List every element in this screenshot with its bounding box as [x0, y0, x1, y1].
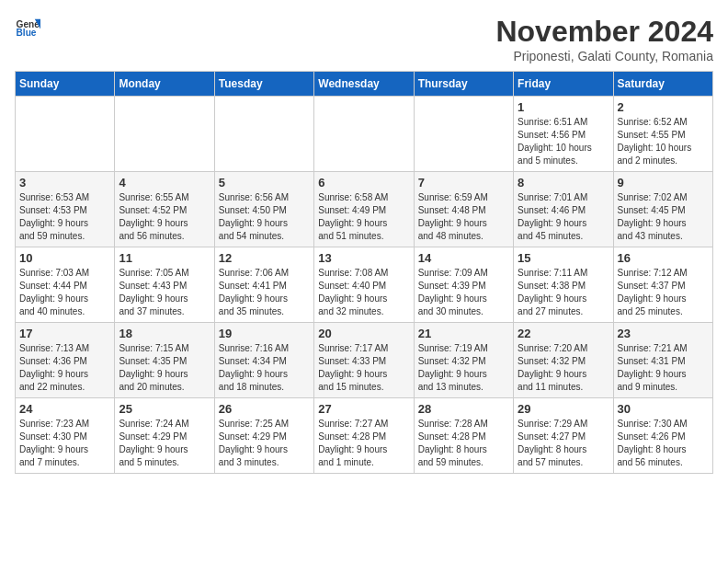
- day-number: 28: [418, 402, 509, 416]
- day-number: 30: [618, 402, 709, 416]
- calendar-cell: 5Sunrise: 6:56 AM Sunset: 4:50 PM Daylig…: [214, 172, 313, 247]
- week-row-1: 3Sunrise: 6:53 AM Sunset: 4:53 PM Daylig…: [16, 172, 713, 247]
- day-info: Sunrise: 7:11 AM Sunset: 4:38 PM Dayligh…: [518, 267, 609, 318]
- day-info: Sunrise: 7:16 AM Sunset: 4:34 PM Dayligh…: [219, 342, 310, 394]
- calendar-cell: 22Sunrise: 7:20 AM Sunset: 4:32 PM Dayli…: [514, 323, 613, 398]
- logo: General Blue: [15, 15, 40, 40]
- subtitle: Priponesti, Galati County, Romania: [495, 49, 713, 63]
- day-number: 3: [19, 176, 110, 190]
- day-header-wednesday: Wednesday: [314, 72, 414, 97]
- week-row-2: 10Sunrise: 7:03 AM Sunset: 4:44 PM Dayli…: [16, 247, 713, 323]
- day-number: 12: [219, 251, 310, 265]
- calendar-cell: 12Sunrise: 7:06 AM Sunset: 4:41 PM Dayli…: [214, 247, 313, 323]
- calendar-cell: 2Sunrise: 6:52 AM Sunset: 4:55 PM Daylig…: [613, 97, 712, 172]
- day-number: 11: [119, 251, 210, 265]
- day-number: 4: [119, 176, 210, 190]
- calendar-table: SundayMondayTuesdayWednesdayThursdayFrid…: [15, 71, 713, 474]
- day-info: Sunrise: 6:52 AM Sunset: 4:55 PM Dayligh…: [618, 116, 709, 167]
- calendar-cell: 21Sunrise: 7:19 AM Sunset: 4:32 PM Dayli…: [414, 323, 513, 398]
- day-number: 18: [119, 327, 210, 340]
- day-info: Sunrise: 7:06 AM Sunset: 4:41 PM Dayligh…: [219, 267, 310, 318]
- calendar-cell: 4Sunrise: 6:55 AM Sunset: 4:52 PM Daylig…: [115, 172, 214, 247]
- day-number: 15: [518, 251, 609, 265]
- calendar-cell: 20Sunrise: 7:17 AM Sunset: 4:33 PM Dayli…: [314, 323, 414, 398]
- header-row: SundayMondayTuesdayWednesdayThursdayFrid…: [16, 72, 713, 97]
- day-info: Sunrise: 7:03 AM Sunset: 4:44 PM Dayligh…: [19, 267, 110, 318]
- calendar-cell: 18Sunrise: 7:15 AM Sunset: 4:35 PM Dayli…: [115, 323, 214, 398]
- day-info: Sunrise: 6:56 AM Sunset: 4:50 PM Dayligh…: [219, 191, 310, 243]
- calendar-cell: 17Sunrise: 7:13 AM Sunset: 4:36 PM Dayli…: [16, 323, 115, 398]
- day-header-thursday: Thursday: [414, 72, 513, 97]
- day-number: 14: [418, 251, 509, 265]
- day-number: 8: [518, 176, 609, 190]
- day-info: Sunrise: 7:09 AM Sunset: 4:39 PM Dayligh…: [418, 267, 509, 318]
- week-row-3: 17Sunrise: 7:13 AM Sunset: 4:36 PM Dayli…: [16, 323, 713, 398]
- day-number: 19: [219, 327, 310, 340]
- day-header-sunday: Sunday: [16, 72, 115, 97]
- day-info: Sunrise: 6:59 AM Sunset: 4:48 PM Dayligh…: [418, 191, 509, 243]
- day-info: Sunrise: 6:53 AM Sunset: 4:53 PM Dayligh…: [19, 191, 110, 243]
- day-info: Sunrise: 7:20 AM Sunset: 4:32 PM Dayligh…: [518, 342, 609, 394]
- day-info: Sunrise: 7:28 AM Sunset: 4:28 PM Dayligh…: [418, 418, 509, 469]
- day-number: 5: [219, 176, 310, 190]
- day-info: Sunrise: 7:02 AM Sunset: 4:45 PM Dayligh…: [618, 191, 709, 243]
- calendar-cell: 24Sunrise: 7:23 AM Sunset: 4:30 PM Dayli…: [16, 398, 115, 474]
- calendar-cell: [115, 97, 214, 172]
- day-info: Sunrise: 7:21 AM Sunset: 4:31 PM Dayligh…: [618, 342, 709, 394]
- calendar-cell: 25Sunrise: 7:24 AM Sunset: 4:29 PM Dayli…: [115, 398, 214, 474]
- calendar-cell: 14Sunrise: 7:09 AM Sunset: 4:39 PM Dayli…: [414, 247, 513, 323]
- day-info: Sunrise: 7:24 AM Sunset: 4:29 PM Dayligh…: [119, 418, 210, 469]
- day-info: Sunrise: 7:05 AM Sunset: 4:43 PM Dayligh…: [119, 267, 210, 318]
- calendar-cell: 8Sunrise: 7:01 AM Sunset: 4:46 PM Daylig…: [514, 172, 613, 247]
- calendar-cell: 28Sunrise: 7:28 AM Sunset: 4:28 PM Dayli…: [414, 398, 513, 474]
- title-area: November 2024 Priponesti, Galati County,…: [495, 15, 713, 63]
- day-number: 7: [418, 176, 509, 190]
- day-number: 21: [418, 327, 509, 340]
- day-info: Sunrise: 6:58 AM Sunset: 4:49 PM Dayligh…: [318, 191, 409, 243]
- day-number: 1: [518, 100, 609, 114]
- day-info: Sunrise: 7:15 AM Sunset: 4:35 PM Dayligh…: [119, 342, 210, 394]
- day-number: 9: [618, 176, 709, 190]
- calendar-cell: 3Sunrise: 6:53 AM Sunset: 4:53 PM Daylig…: [16, 172, 115, 247]
- day-number: 29: [518, 402, 609, 416]
- day-number: 23: [618, 327, 709, 340]
- calendar-cell: 19Sunrise: 7:16 AM Sunset: 4:34 PM Dayli…: [214, 323, 313, 398]
- calendar-cell: 11Sunrise: 7:05 AM Sunset: 4:43 PM Dayli…: [115, 247, 214, 323]
- calendar-cell: 30Sunrise: 7:30 AM Sunset: 4:26 PM Dayli…: [613, 398, 712, 474]
- calendar-cell: 13Sunrise: 7:08 AM Sunset: 4:40 PM Dayli…: [314, 247, 414, 323]
- day-info: Sunrise: 7:25 AM Sunset: 4:29 PM Dayligh…: [219, 418, 310, 469]
- calendar-cell: 6Sunrise: 6:58 AM Sunset: 4:49 PM Daylig…: [314, 172, 414, 247]
- day-info: Sunrise: 6:55 AM Sunset: 4:52 PM Dayligh…: [119, 191, 210, 243]
- day-info: Sunrise: 7:27 AM Sunset: 4:28 PM Dayligh…: [318, 418, 409, 469]
- header: General Blue November 2024 Priponesti, G…: [15, 15, 713, 63]
- day-header-friday: Friday: [514, 72, 613, 97]
- calendar-cell: 10Sunrise: 7:03 AM Sunset: 4:44 PM Dayli…: [16, 247, 115, 323]
- day-number: 27: [318, 402, 409, 416]
- day-header-tuesday: Tuesday: [214, 72, 313, 97]
- week-row-0: 1Sunrise: 6:51 AM Sunset: 4:56 PM Daylig…: [16, 97, 713, 172]
- calendar-cell: 16Sunrise: 7:12 AM Sunset: 4:37 PM Dayli…: [613, 247, 712, 323]
- day-info: Sunrise: 7:30 AM Sunset: 4:26 PM Dayligh…: [618, 418, 709, 469]
- month-title: November 2024: [495, 15, 713, 49]
- day-info: Sunrise: 7:12 AM Sunset: 4:37 PM Dayligh…: [618, 267, 709, 318]
- day-number: 13: [318, 251, 409, 265]
- calendar-cell: 27Sunrise: 7:27 AM Sunset: 4:28 PM Dayli…: [314, 398, 414, 474]
- day-info: Sunrise: 7:29 AM Sunset: 4:27 PM Dayligh…: [518, 418, 609, 469]
- day-number: 22: [518, 327, 609, 340]
- day-info: Sunrise: 7:13 AM Sunset: 4:36 PM Dayligh…: [19, 342, 110, 394]
- day-number: 6: [318, 176, 409, 190]
- calendar-cell: [414, 97, 513, 172]
- calendar-cell: 23Sunrise: 7:21 AM Sunset: 4:31 PM Dayli…: [613, 323, 712, 398]
- day-header-saturday: Saturday: [613, 72, 712, 97]
- day-number: 20: [318, 327, 409, 340]
- day-number: 16: [618, 251, 709, 265]
- calendar-cell: 26Sunrise: 7:25 AM Sunset: 4:29 PM Dayli…: [214, 398, 313, 474]
- week-row-4: 24Sunrise: 7:23 AM Sunset: 4:30 PM Dayli…: [16, 398, 713, 474]
- day-number: 10: [19, 251, 110, 265]
- calendar-cell: 29Sunrise: 7:29 AM Sunset: 4:27 PM Dayli…: [514, 398, 613, 474]
- day-number: 2: [618, 100, 709, 114]
- day-number: 26: [219, 402, 310, 416]
- day-number: 17: [19, 327, 110, 340]
- logo-icon: General Blue: [15, 15, 40, 40]
- day-number: 25: [119, 402, 210, 416]
